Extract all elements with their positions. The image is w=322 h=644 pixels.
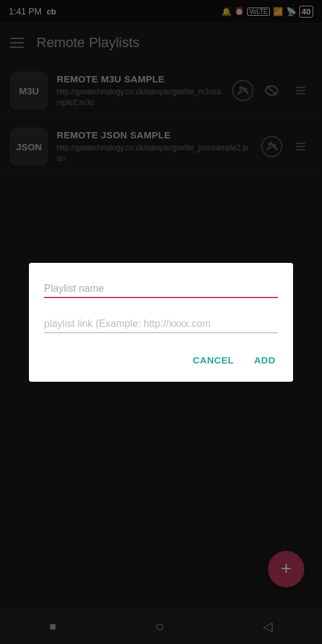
cancel-button[interactable]: CANCEL	[191, 351, 237, 369]
playlist-link-input[interactable]	[44, 316, 278, 333]
playlist-name-input[interactable]	[44, 280, 278, 298]
add-playlist-dialog: CANCEL ADD	[29, 263, 293, 382]
playlist-name-field	[44, 280, 278, 298]
playlist-link-field	[44, 316, 278, 333]
dialog-overlay: CANCEL ADD	[0, 0, 322, 644]
add-button[interactable]: ADD	[252, 351, 278, 369]
dialog-actions: CANCEL ADD	[44, 351, 278, 369]
